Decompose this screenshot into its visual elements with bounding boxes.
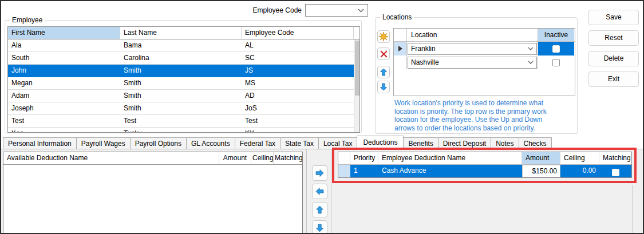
inactive-cell-selected: [538, 42, 574, 55]
employee-code-combobox[interactable]: [305, 4, 368, 17]
tab-benefits[interactable]: Benefits: [403, 137, 438, 149]
tab-personal-information[interactable]: Personal Information: [3, 137, 77, 149]
arrow-up-icon: [315, 205, 325, 215]
tab-notes[interactable]: Notes: [491, 137, 519, 149]
employee-row[interactable]: Test Test Test: [8, 115, 354, 128]
cell-employee-code: Test: [242, 115, 354, 127]
cell-employee-code: MS: [242, 77, 354, 89]
cell-first-name: Ala: [8, 39, 120, 51]
employee-maintenance-window: Employee Code Employee First Name Last N…: [0, 0, 644, 234]
tab-federal-tax[interactable]: Federal Tax: [235, 137, 280, 149]
column-header-inactive: Inactive: [538, 29, 574, 41]
assigned-deduction-row-selected[interactable]: 1 Cash Advance $150.00 0.00: [338, 165, 631, 177]
cell-ceiling: 0.00: [560, 165, 599, 177]
chevron-down-icon: [528, 47, 534, 50]
cell-last-name: Smith: [120, 77, 242, 89]
cell-first-name: Adam: [8, 90, 120, 102]
deductions-tab-panel: Available Deduction Name Amount Ceiling …: [1, 149, 643, 233]
column-header-last-name[interactable]: Last Name: [120, 27, 242, 39]
help-line: Work location's priority is used to dete…: [394, 99, 576, 108]
tab-gl-accounts[interactable]: GL Accounts: [186, 137, 235, 149]
employee-grid-header: First Name Last Name Employee Code: [8, 27, 359, 39]
employee-row[interactable]: Megan Smith MS: [8, 77, 354, 90]
employee-grid-scrollbar[interactable]: [354, 39, 359, 132]
cell-employee-code: JS: [242, 65, 354, 77]
cell-employee-code: KY: [242, 128, 354, 132]
matching-checkbox[interactable]: [612, 169, 619, 176]
available-grid-header: Available Deduction Name Amount Ceiling …: [3, 152, 302, 165]
location-cell: Nashville: [407, 55, 538, 69]
row-selector-cell: [394, 42, 407, 55]
tab-local-tax[interactable]: Local Tax: [318, 137, 357, 149]
scrollbar-thumb[interactable]: [355, 41, 359, 96]
column-header-priority: Priority: [350, 152, 378, 164]
cell-employee-code: AL: [242, 39, 354, 51]
cell-last-name: Smith: [120, 102, 242, 114]
help-line: location for the employee. Use the Up an…: [394, 116, 576, 124]
arrow-up-icon: [379, 68, 388, 77]
cell-deduction-name: Cash Advance: [378, 165, 522, 177]
locations-group-title: Locations: [380, 13, 414, 21]
location-combobox[interactable]: Nashville: [408, 57, 537, 69]
cell-first-name: Test: [8, 115, 120, 127]
tab-state-tax[interactable]: State Tax: [280, 137, 319, 149]
column-header-ceiling: Ceiling: [560, 152, 599, 164]
location-row-current[interactable]: Franklin: [394, 42, 575, 55]
move-location-down-button[interactable]: [377, 81, 390, 93]
employee-row[interactable]: Ala Bama AL: [8, 39, 354, 52]
arrow-right-icon: [315, 168, 325, 178]
cell-last-name: Smith: [120, 65, 242, 77]
employee-row-selected[interactable]: John Smith JS: [8, 65, 354, 77]
row-selector-cell: [338, 165, 350, 177]
locations-help-text: Work location's priority is used to dete…: [394, 99, 576, 132]
column-header-employee-code[interactable]: Employee Code: [242, 27, 354, 39]
employee-row[interactable]: Joseph Smith JoS: [8, 102, 354, 115]
tab-payroll-options[interactable]: Payroll Options: [130, 137, 187, 149]
cell-first-name: Megan: [8, 77, 120, 89]
assign-deduction-button[interactable]: [312, 165, 327, 181]
cell-first-name: South: [8, 52, 120, 64]
cell-last-name: Tucky: [120, 128, 242, 132]
inactive-checkbox[interactable]: [552, 45, 560, 53]
arrow-down-icon: [379, 82, 388, 92]
column-header-matching: Matching: [599, 152, 631, 164]
red-x-icon: [380, 50, 388, 58]
new-location-button[interactable]: [377, 30, 390, 43]
available-deductions-grid: Available Deduction Name Amount Ceiling …: [3, 152, 303, 234]
panel-divider: [306, 149, 307, 233]
employee-row-clipped[interactable]: Ken Tucky KY: [8, 128, 354, 132]
tab-checks[interactable]: Checks: [519, 137, 552, 149]
location-value: Franklin: [411, 45, 436, 53]
tab-direct-deposit[interactable]: Direct Deposit: [438, 137, 491, 149]
employee-row[interactable]: South Carolina SC: [8, 52, 354, 65]
column-header-first-name[interactable]: First Name: [8, 27, 120, 39]
location-cell: Franklin: [407, 42, 538, 55]
column-header-location: Location: [407, 29, 538, 41]
inactive-checkbox[interactable]: [552, 59, 560, 66]
panel-divider: [331, 149, 331, 233]
employee-grid: First Name Last Name Employee Code Ala B…: [7, 26, 360, 133]
save-button[interactable]: Save: [588, 10, 639, 25]
exit-button[interactable]: Exit: [588, 72, 639, 87]
cell-employee-code: AD: [242, 90, 354, 102]
delete-button[interactable]: Delete: [588, 51, 639, 66]
inactive-cell: [538, 55, 574, 69]
row-selector-header: [338, 152, 350, 164]
location-row[interactable]: Nashville: [394, 55, 575, 69]
move-deduction-down-button[interactable]: [312, 220, 327, 234]
locations-grid-header: Location Inactive: [394, 29, 575, 42]
delete-location-button[interactable]: [377, 47, 390, 60]
tab-payroll-wages[interactable]: Payroll Wages: [76, 137, 131, 149]
reset-button[interactable]: Reset: [588, 30, 639, 46]
employee-code-label: Employee Code: [219, 6, 302, 14]
move-deduction-up-button[interactable]: [312, 202, 327, 217]
location-combobox[interactable]: Franklin: [408, 43, 537, 55]
move-location-up-button[interactable]: [377, 66, 390, 78]
unassign-deduction-button[interactable]: [312, 184, 327, 199]
tab-deductions-active[interactable]: Deductions: [357, 136, 404, 150]
amount-edit-cell[interactable]: $150.00: [522, 165, 560, 177]
locations-grid: Location Inactive Franklin: [393, 28, 575, 96]
column-header-amount: Amount: [219, 152, 251, 164]
cell-first-name: Joseph: [8, 102, 120, 114]
employee-row[interactable]: Adam Smith AD: [8, 90, 354, 102]
